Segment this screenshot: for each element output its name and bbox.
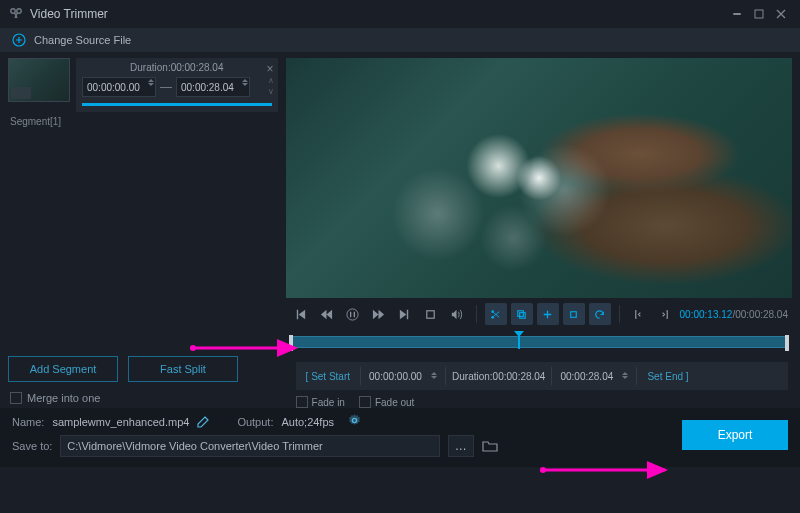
segment-panel: × ∧ ∨ Duration:00:00:28.04 — bbox=[0, 52, 286, 408]
minimize-button[interactable] bbox=[726, 3, 748, 25]
play-pause-icon[interactable] bbox=[342, 303, 364, 325]
spin-up-icon[interactable] bbox=[622, 372, 628, 375]
fast-split-button[interactable]: Fast Split bbox=[128, 356, 238, 382]
set-start-button[interactable]: Set Start bbox=[302, 371, 354, 382]
spin-up-icon[interactable] bbox=[431, 372, 437, 375]
svg-point-15 bbox=[540, 467, 546, 473]
rewind-icon[interactable] bbox=[316, 303, 338, 325]
forward-icon[interactable] bbox=[368, 303, 390, 325]
svg-rect-9 bbox=[518, 310, 524, 316]
volume-icon[interactable] bbox=[446, 303, 468, 325]
filename-value: samplewmv_enhanced.mp4 bbox=[52, 416, 189, 428]
fade-out-checkbox[interactable] bbox=[359, 396, 371, 408]
name-label: Name: bbox=[12, 416, 44, 428]
plus-circle-icon bbox=[12, 33, 26, 47]
output-label: Output: bbox=[237, 416, 273, 428]
spin-down-icon[interactable] bbox=[431, 376, 437, 379]
spin-down-icon[interactable] bbox=[148, 83, 154, 86]
merge-label: Merge into one bbox=[27, 392, 100, 404]
add-icon[interactable] bbox=[537, 303, 559, 325]
svg-point-5 bbox=[347, 308, 358, 319]
segment-start-input[interactable] bbox=[82, 77, 156, 97]
maximize-button[interactable] bbox=[748, 3, 770, 25]
remove-segment-icon[interactable]: × bbox=[267, 62, 274, 76]
stop-icon[interactable] bbox=[420, 303, 442, 325]
segment-name-label: Segment[1] bbox=[8, 116, 278, 127]
segment-progress bbox=[82, 103, 272, 106]
delete-icon[interactable] bbox=[563, 303, 585, 325]
video-preview[interactable] bbox=[286, 58, 792, 298]
save-path-input[interactable] bbox=[60, 435, 440, 457]
change-source-label: Change Source File bbox=[34, 34, 131, 46]
app-logo-icon bbox=[8, 6, 24, 22]
merge-checkbox[interactable] bbox=[10, 392, 22, 404]
open-folder-icon[interactable] bbox=[482, 439, 498, 453]
segment-up-icon[interactable]: ∧ bbox=[268, 76, 274, 85]
app-title: Video Trimmer bbox=[30, 7, 726, 21]
total-time: /00:00:28.04 bbox=[732, 309, 788, 320]
trim-handle-right[interactable] bbox=[785, 335, 789, 351]
bracket-in-icon[interactable] bbox=[628, 303, 650, 325]
spin-up-icon[interactable] bbox=[242, 79, 248, 82]
segment-thumbnail[interactable] bbox=[8, 58, 70, 102]
playhead-marker[interactable] bbox=[514, 331, 524, 341]
change-source-bar[interactable]: Change Source File bbox=[0, 28, 800, 52]
svg-rect-2 bbox=[733, 13, 741, 15]
range-end-input[interactable] bbox=[558, 371, 630, 382]
segment-editor: × ∧ ∨ Duration:00:00:28.04 — bbox=[76, 58, 278, 112]
current-time: 00:00:13.12 bbox=[680, 309, 733, 320]
fade-in-label: Fade in bbox=[312, 397, 345, 408]
output-settings-icon[interactable] bbox=[348, 414, 361, 429]
range-dash: — bbox=[160, 80, 172, 94]
spin-up-icon[interactable] bbox=[148, 79, 154, 82]
segment-down-icon[interactable]: ∨ bbox=[268, 87, 274, 96]
range-start-input[interactable] bbox=[367, 371, 439, 382]
export-button[interactable]: Export bbox=[682, 420, 788, 450]
segment-duration-label: Duration:00:00:28.04 bbox=[82, 62, 272, 73]
trim-handle-left[interactable] bbox=[289, 335, 293, 351]
output-value: Auto;24fps bbox=[281, 416, 334, 428]
set-end-button[interactable]: Set End bbox=[643, 371, 692, 382]
fade-in-checkbox[interactable] bbox=[296, 396, 308, 408]
spin-down-icon[interactable] bbox=[242, 83, 248, 86]
undo-icon[interactable] bbox=[589, 303, 611, 325]
timecode: 00:00:13.12/00:00:28.04 bbox=[680, 309, 788, 320]
footer: Name: samplewmv_enhanced.mp4 Output: Aut… bbox=[0, 408, 800, 467]
titlebar: Video Trimmer bbox=[0, 0, 800, 28]
spin-down-icon[interactable] bbox=[622, 376, 628, 379]
svg-rect-3 bbox=[755, 10, 763, 18]
close-button[interactable] bbox=[770, 3, 792, 25]
playback-controls: 00:00:13.12/00:00:28.04 bbox=[286, 298, 792, 330]
timeline[interactable] bbox=[286, 330, 792, 358]
skip-end-icon[interactable] bbox=[394, 303, 416, 325]
save-to-label: Save to: bbox=[12, 440, 52, 452]
range-bar: Set Start Duration:00:00:28.04 Set End bbox=[296, 362, 788, 390]
edit-name-icon[interactable] bbox=[197, 416, 209, 428]
fade-out-label: Fade out bbox=[375, 397, 414, 408]
segment-end-input[interactable] bbox=[176, 77, 250, 97]
add-segment-button[interactable]: Add Segment bbox=[8, 356, 118, 382]
bracket-out-icon[interactable] bbox=[654, 303, 676, 325]
browse-path-button[interactable]: … bbox=[448, 435, 474, 457]
svg-rect-10 bbox=[520, 312, 526, 318]
skip-start-icon[interactable] bbox=[290, 303, 312, 325]
split-icon[interactable] bbox=[485, 303, 507, 325]
copy-icon[interactable] bbox=[511, 303, 533, 325]
svg-rect-6 bbox=[427, 310, 434, 317]
svg-rect-11 bbox=[571, 311, 577, 317]
range-duration-label: Duration:00:00:28.04 bbox=[452, 371, 545, 382]
